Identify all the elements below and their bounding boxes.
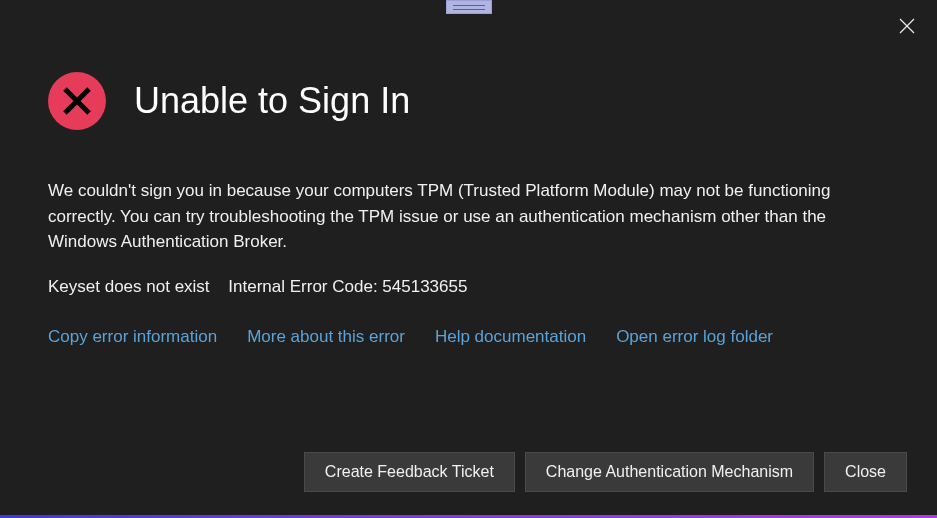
error-details: Keyset does not exist Internal Error Cod… xyxy=(48,277,889,297)
error-short-message: Keyset does not exist xyxy=(48,277,210,296)
x-icon xyxy=(899,18,915,34)
error-code: Internal Error Code: 545133655 xyxy=(228,277,467,296)
dialog-content: Unable to Sign In We couldn't sign you i… xyxy=(0,0,937,347)
open-error-log-link[interactable]: Open error log folder xyxy=(616,327,773,347)
create-feedback-button[interactable]: Create Feedback Ticket xyxy=(304,452,515,492)
copy-error-link[interactable]: Copy error information xyxy=(48,327,217,347)
help-documentation-link[interactable]: Help documentation xyxy=(435,327,586,347)
error-circle-icon xyxy=(48,72,106,130)
dialog-button-row: Create Feedback Ticket Change Authentica… xyxy=(304,452,907,492)
dialog-title: Unable to Sign In xyxy=(134,80,410,122)
close-button[interactable]: Close xyxy=(824,452,907,492)
window-grip-marker xyxy=(446,0,492,14)
more-about-error-link[interactable]: More about this error xyxy=(247,327,405,347)
dialog-body-text: We couldn't sign you in because your com… xyxy=(48,178,889,255)
dialog-header: Unable to Sign In xyxy=(48,72,889,130)
change-auth-button[interactable]: Change Authentication Mechanism xyxy=(525,452,814,492)
action-links: Copy error information More about this e… xyxy=(48,327,889,347)
close-icon[interactable] xyxy=(895,14,919,38)
